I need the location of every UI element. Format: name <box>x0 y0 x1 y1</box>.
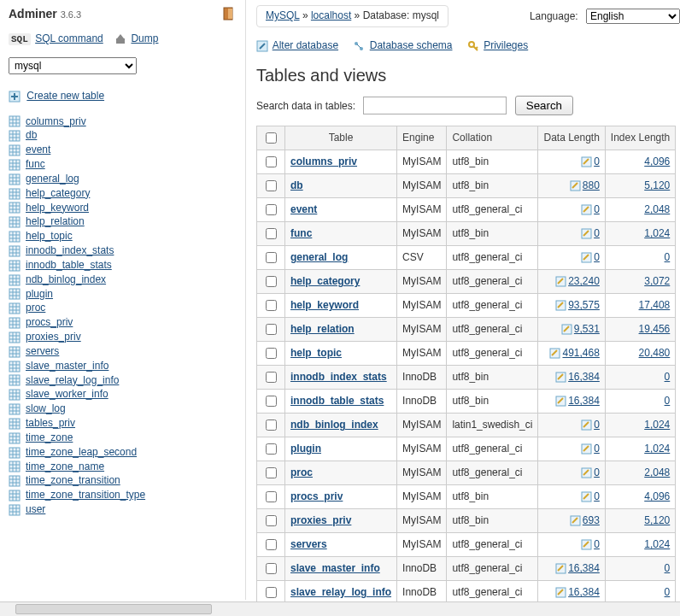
sidebar-table-link[interactable]: slow_log <box>9 402 237 416</box>
table-name-link[interactable]: slave_master_info <box>290 562 380 574</box>
table-name-link[interactable]: columns_priv <box>290 155 357 167</box>
data-length-link[interactable]: 0 <box>594 203 600 215</box>
sidebar-table-link[interactable]: ndb_binlog_index <box>9 273 237 287</box>
table-name-link[interactable]: help_keyword <box>290 299 359 311</box>
index-length-link[interactable]: 2,048 <box>644 203 670 215</box>
horizontal-scrollbar[interactable] <box>0 601 680 616</box>
table-name-link[interactable]: event <box>290 203 317 215</box>
table-name-link[interactable]: innodb_index_stats <box>290 371 387 383</box>
row-checkbox[interactable] <box>266 228 277 239</box>
row-checkbox[interactable] <box>266 180 277 191</box>
sidebar-table-link[interactable]: help_topic <box>9 229 237 243</box>
table-name-link[interactable]: general_log <box>290 251 348 263</box>
index-length-link[interactable]: 1,024 <box>644 227 670 239</box>
data-length-link[interactable]: 0 <box>594 227 600 239</box>
data-length-link[interactable]: 491,468 <box>562 347 599 359</box>
row-checkbox[interactable] <box>266 419 277 431</box>
row-checkbox[interactable] <box>266 300 277 311</box>
data-length-link[interactable]: 93,575 <box>568 299 600 311</box>
row-checkbox[interactable] <box>266 515 277 526</box>
crumb-host[interactable]: localhost <box>311 9 351 21</box>
sidebar-table-link[interactable]: time_zone_transition <box>9 473 237 488</box>
sidebar-table-link[interactable]: event <box>9 143 237 157</box>
sidebar-table-link[interactable]: slave_worker_info <box>9 387 237 402</box>
sidebar-table-link[interactable]: proxies_priv <box>9 330 237 344</box>
row-checkbox[interactable] <box>266 563 277 574</box>
data-length-link[interactable]: 0 <box>594 251 600 263</box>
search-button[interactable]: Search <box>515 96 573 115</box>
database-select[interactable]: mysql <box>9 57 137 74</box>
sidebar-table-link[interactable]: db <box>9 128 237 143</box>
col-collation[interactable]: Collation <box>447 126 538 150</box>
table-name-link[interactable]: servers <box>290 538 327 550</box>
sidebar-table-link[interactable]: plugin <box>9 287 237 302</box>
data-length-link[interactable]: 16,384 <box>568 371 600 383</box>
row-checkbox[interactable] <box>266 372 277 383</box>
table-name-link[interactable]: innodb_table_stats <box>290 395 384 407</box>
sidebar-table-link[interactable]: user <box>9 502 237 517</box>
sidebar-table-link[interactable]: innodb_table_stats <box>9 258 237 273</box>
alter-database-link[interactable]: Alter database <box>273 39 338 51</box>
table-name-link[interactable]: ndb_binlog_index <box>290 419 378 431</box>
data-length-link[interactable]: 16,384 <box>568 586 600 598</box>
row-checkbox[interactable] <box>266 252 277 263</box>
index-length-link[interactable]: 0 <box>665 586 671 598</box>
sidebar-table-link[interactable]: tables_priv <box>9 416 237 431</box>
index-length-link[interactable]: 0 <box>665 395 671 407</box>
index-length-link[interactable]: 2,048 <box>644 466 670 478</box>
row-checkbox[interactable] <box>266 587 277 598</box>
sidebar-table-link[interactable]: help_category <box>9 186 237 201</box>
sidebar-table-link[interactable]: procs_priv <box>9 315 237 330</box>
sidebar-table-link[interactable]: time_zone_leap_second <box>9 445 237 460</box>
data-length-link[interactable]: 9,531 <box>574 323 600 335</box>
row-checkbox[interactable] <box>266 539 277 550</box>
sidebar-table-link[interactable]: columns_priv <box>9 114 237 129</box>
search-input[interactable] <box>363 97 507 114</box>
sidebar-table-link[interactable]: time_zone_name <box>9 460 237 474</box>
sidebar-table-link[interactable]: slave_master_info <box>9 359 237 373</box>
col-index-length[interactable]: Index Length <box>605 126 675 150</box>
index-length-link[interactable]: 19,456 <box>639 323 671 335</box>
index-length-link[interactable]: 5,120 <box>644 179 670 191</box>
index-length-link[interactable]: 0 <box>665 562 671 574</box>
table-name-link[interactable]: help_topic <box>290 347 342 359</box>
sql-command-link[interactable]: SQL command <box>35 32 103 44</box>
table-name-link[interactable]: proc <box>290 466 313 478</box>
table-name-link[interactable]: help_relation <box>290 323 355 335</box>
table-name-link[interactable]: plugin <box>290 443 321 455</box>
col-table[interactable]: Table <box>285 126 397 150</box>
row-checkbox[interactable] <box>266 467 277 478</box>
row-checkbox[interactable] <box>266 348 277 359</box>
row-checkbox[interactable] <box>266 156 277 167</box>
index-length-link[interactable]: 20,480 <box>639 347 671 359</box>
index-length-link[interactable]: 4,096 <box>644 490 670 502</box>
data-length-link[interactable]: 0 <box>594 466 600 478</box>
database-schema-link[interactable]: Database schema <box>370 39 453 51</box>
index-length-link[interactable]: 1,024 <box>644 419 670 431</box>
row-checkbox[interactable] <box>266 324 277 335</box>
table-name-link[interactable]: db <box>290 179 303 191</box>
sidebar-table-link[interactable]: time_zone_transition_type <box>9 488 237 502</box>
sidebar-table-link[interactable]: innodb_index_stats <box>9 243 237 258</box>
sidebar-table-link[interactable]: general_log <box>9 172 237 186</box>
sidebar-table-link[interactable]: help_keyword <box>9 201 237 215</box>
index-length-link[interactable]: 0 <box>665 251 671 263</box>
dump-link[interactable]: Dump <box>131 32 158 44</box>
row-checkbox[interactable] <box>266 204 277 215</box>
sidebar-table-link[interactable]: time_zone <box>9 431 237 445</box>
data-length-link[interactable]: 23,240 <box>568 275 600 287</box>
index-length-link[interactable]: 4,096 <box>644 155 670 167</box>
sidebar-table-link[interactable]: proc <box>9 301 237 315</box>
table-name-link[interactable]: func <box>290 227 312 239</box>
data-length-link[interactable]: 16,384 <box>568 395 600 407</box>
sidebar-table-link[interactable]: servers <box>9 344 237 359</box>
index-length-link[interactable]: 0 <box>665 371 671 383</box>
index-length-link[interactable]: 3,072 <box>644 275 670 287</box>
row-checkbox[interactable] <box>266 276 277 287</box>
col-engine[interactable]: Engine <box>397 126 447 150</box>
index-length-link[interactable]: 5,120 <box>644 514 670 526</box>
row-checkbox[interactable] <box>266 396 277 407</box>
privileges-link[interactable]: Privileges <box>484 39 528 51</box>
table-name-link[interactable]: procs_priv <box>290 490 343 502</box>
row-checkbox[interactable] <box>266 491 277 502</box>
